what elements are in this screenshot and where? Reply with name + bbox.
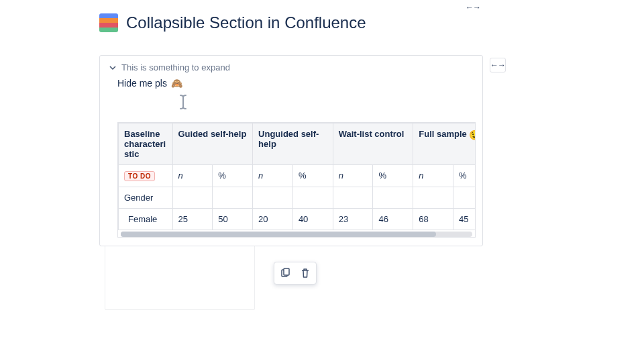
cell[interactable]: 50: [213, 209, 253, 230]
chevron-down-icon[interactable]: [108, 63, 117, 72]
cell[interactable]: [413, 187, 453, 209]
copy-button[interactable]: [276, 264, 294, 283]
cell[interactable]: 45: [453, 209, 476, 230]
copy-icon: [280, 268, 290, 279]
row-label[interactable]: Gender: [119, 187, 173, 209]
floating-toolbar: [274, 262, 317, 285]
cell[interactable]: [253, 187, 293, 209]
status-lozenge-todo[interactable]: TO DO: [124, 171, 155, 181]
cell[interactable]: [172, 187, 213, 209]
subhead-n[interactable]: n: [253, 165, 293, 187]
layout-width-handle[interactable]: ←→: [490, 58, 506, 72]
cell[interactable]: 68: [413, 209, 453, 230]
column-resize-icon: ←→: [466, 3, 480, 12]
expand-header[interactable]: This is something to expand: [107, 61, 476, 75]
svg-rect-1: [284, 268, 289, 275]
horizontal-scrollbar[interactable]: [121, 232, 472, 237]
cell[interactable]: 25: [172, 209, 213, 230]
table[interactable]: Baseline characteristic Guided self-help…: [117, 122, 476, 238]
row-label[interactable]: Female: [119, 209, 173, 230]
wink-icon: 😉: [469, 130, 476, 140]
see-no-evil-icon: 🙈: [171, 78, 182, 89]
cell[interactable]: 23: [333, 209, 373, 230]
expand-body-text: Hide me pls: [117, 78, 167, 89]
page: ←→ Collapsible Section in Confluence Thi…: [0, 0, 644, 351]
cell[interactable]: [373, 187, 413, 209]
subhead-n[interactable]: n: [413, 165, 453, 187]
col-header-full-text: Full sample: [419, 129, 467, 139]
col-header-full[interactable]: Full sample 😉: [413, 123, 476, 165]
subhead-n[interactable]: n: [333, 165, 373, 187]
cell[interactable]: [453, 187, 476, 209]
scrollbar-thumb[interactable]: [121, 232, 436, 237]
cell[interactable]: [333, 187, 373, 209]
expand-title[interactable]: This is something to expand: [121, 62, 230, 72]
subhead-pct[interactable]: %: [453, 165, 476, 187]
col-header-unguided[interactable]: Unguided self-help: [253, 123, 333, 165]
table-row: Gender: [119, 187, 476, 209]
subhead-n[interactable]: n: [172, 165, 213, 187]
subhead-pct[interactable]: %: [213, 165, 253, 187]
trash-icon: [300, 268, 311, 279]
cell[interactable]: 40: [292, 209, 333, 230]
cell[interactable]: [213, 187, 253, 209]
col-header-guided[interactable]: Guided self-help: [172, 123, 253, 165]
page-title[interactable]: Collapsible Section in Confluence: [126, 13, 366, 32]
expand-panel: This is something to expand Hide me pls …: [99, 55, 483, 246]
expand-body[interactable]: Hide me pls 🙈: [107, 75, 476, 89]
cell[interactable]: 46: [373, 209, 413, 230]
books-icon: [99, 13, 118, 32]
subhead-pct[interactable]: %: [373, 165, 413, 187]
col-header-waitlist[interactable]: Wait-list control: [333, 123, 413, 165]
table-subheader-row: TO DO n % n % n % n %: [119, 165, 476, 187]
col-header-baseline[interactable]: Baseline characteristic: [119, 123, 173, 165]
table-row: Female 25 50 20 40 23 46 68 45: [119, 209, 476, 230]
status-cell[interactable]: TO DO: [119, 165, 173, 187]
subhead-pct[interactable]: %: [292, 165, 333, 187]
text-cursor-icon: [177, 94, 189, 110]
page-title-row: Collapsible Section in Confluence: [99, 13, 366, 32]
cell[interactable]: 20: [253, 209, 293, 230]
delete-button[interactable]: [296, 264, 315, 283]
cell[interactable]: [292, 187, 333, 209]
table-header-row: Baseline characteristic Guided self-help…: [119, 123, 476, 165]
